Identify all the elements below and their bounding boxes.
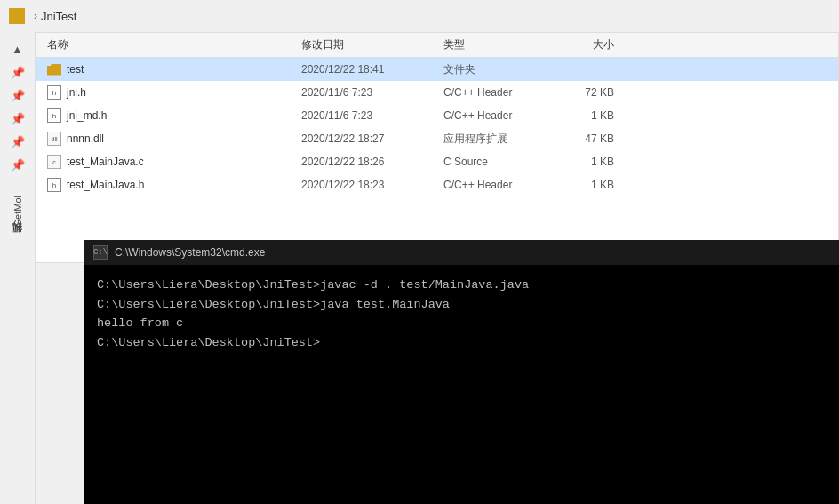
main-window: › JniTest ▲ 📌 📌 📌 📌 📌 GetMol 制视频 名称 修改日期… (0, 0, 839, 504)
cmd-line: C:\Users\Liera\Desktop\JniTest>javac -d … (97, 276, 827, 295)
col-header-size: 大小 (550, 37, 621, 52)
folder-icon (47, 64, 61, 76)
sidebar-scroll-up[interactable]: ▲ (5, 39, 30, 59)
file-name: test_MainJava.c (67, 156, 144, 168)
file-size: 1 KB (550, 156, 621, 168)
cmd-line: C:\Users\Liera\Desktop\JniTest>java test… (97, 295, 827, 315)
file-size: 72 KB (550, 86, 621, 99)
file-type: C Source (443, 156, 550, 168)
file-type: 应用程序扩展 (443, 132, 550, 147)
c-source-icon: c (47, 155, 61, 169)
header-icon: h (47, 85, 61, 100)
sidebar-pin-4[interactable]: 📌 (5, 132, 30, 151)
file-type: C/C++ Header (443, 179, 550, 191)
cmd-line: hello from c (97, 314, 827, 333)
cmd-title-bar: C:\ C:\Windows\System32\cmd.exe (84, 240, 839, 265)
sidebar-pin-3[interactable]: 📌 (5, 108, 30, 128)
dll-icon: dll (47, 132, 61, 146)
file-type: C/C++ Header (443, 86, 550, 99)
table-row[interactable]: h jni_md.h 2020/11/6 7:23 C/C++ Header 1… (36, 104, 838, 127)
sidebar-pin-5[interactable]: 📌 (5, 155, 30, 174)
col-header-date: 修改日期 (301, 37, 443, 52)
table-row[interactable]: c test_MainJava.c 2020/12/22 18:26 C Sou… (36, 150, 838, 173)
file-date: 2020/11/6 7:23 (301, 86, 443, 99)
table-row[interactable]: test 2020/12/22 18:41 文件夹 (36, 58, 838, 81)
file-date: 2020/11/6 7:23 (301, 109, 443, 122)
file-date: 2020/12/22 18:27 (301, 132, 443, 145)
left-sidebar: ▲ 📌 📌 📌 📌 📌 GetMol 制视频 (0, 32, 36, 504)
file-name: nnnn.dll (67, 132, 104, 145)
cmd-body: C:\Users\Liera\Desktop\JniTest>javac -d … (84, 265, 839, 363)
file-list: test 2020/12/22 18:41 文件夹 h jni.h 2020/1… (36, 58, 838, 196)
file-date: 2020/12/22 18:41 (301, 63, 443, 76)
file-date: 2020/12/22 18:23 (301, 179, 443, 191)
cmd-icon: C:\ (93, 245, 108, 260)
breadcrumb-chevron: › (34, 10, 37, 22)
file-type: C/C++ Header (443, 109, 550, 122)
sidebar-pin-1[interactable]: 📌 (5, 62, 30, 82)
sidebar-item-getmol[interactable]: GetMol (12, 196, 23, 227)
table-row[interactable]: dll nnnn.dll 2020/12/22 18:27 应用程序扩展 47 … (36, 127, 838, 150)
table-row[interactable]: h test_MainJava.h 2020/12/22 18:23 C/C++… (36, 173, 838, 196)
file-size: 1 KB (550, 179, 621, 191)
file-size: 47 KB (550, 132, 621, 145)
title-bar: › JniTest (0, 0, 839, 32)
file-name: jni_md.h (67, 109, 107, 122)
folder-icon (9, 8, 25, 24)
cmd-window: C:\ C:\Windows\System32\cmd.exe C:\Users… (84, 240, 839, 504)
file-name: jni.h (67, 86, 86, 99)
header-icon: h (47, 178, 61, 192)
file-size: 1 KB (550, 109, 621, 122)
cmd-title-text: C:\Windows\System32\cmd.exe (115, 246, 265, 259)
col-header-type: 类型 (443, 37, 550, 52)
col-header-name: 名称 (44, 37, 301, 52)
header-icon: h (47, 108, 61, 123)
file-explorer-panel: 名称 修改日期 类型 大小 test 2020/12/22 18:41 文件夹 … (36, 32, 839, 263)
column-headers: 名称 修改日期 类型 大小 (36, 33, 838, 58)
sidebar-pin-2[interactable]: 📌 (5, 85, 30, 105)
file-name: test (67, 63, 84, 76)
cmd-line: C:\Users\Liera\Desktop\JniTest> (97, 333, 827, 353)
table-row[interactable]: h jni.h 2020/11/6 7:23 C/C++ Header 72 K… (36, 81, 838, 104)
file-type: 文件夹 (443, 62, 550, 77)
file-date: 2020/12/22 18:26 (301, 156, 443, 168)
file-name: test_MainJava.h (67, 179, 144, 191)
breadcrumb-folder: JniTest (41, 10, 76, 23)
